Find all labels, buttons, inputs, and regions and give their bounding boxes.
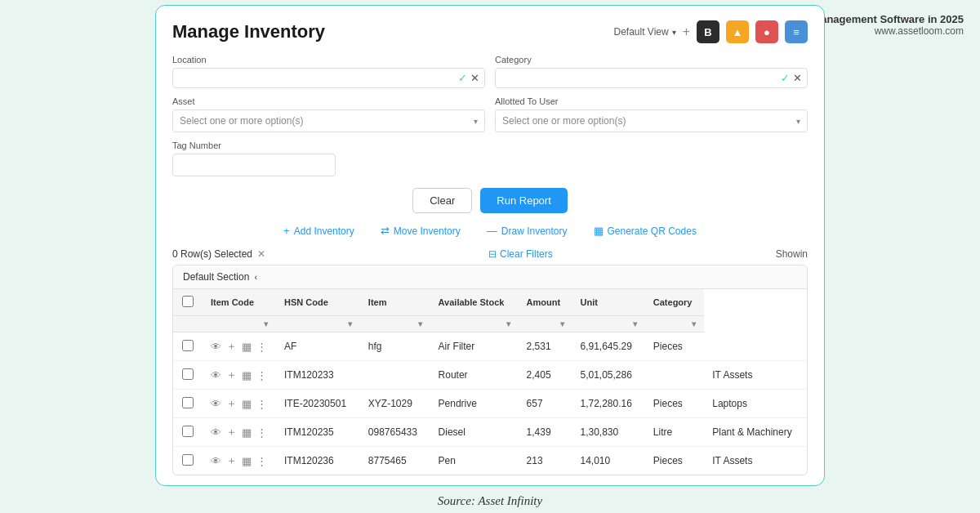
filter-icon-unit[interactable]: ▾ <box>633 319 637 328</box>
row-category-4: IT Assets <box>704 447 807 475</box>
default-view-label: Default View <box>614 26 669 38</box>
orange-icon-button[interactable]: ▲ <box>726 20 749 43</box>
row-select-checkbox-0[interactable] <box>182 340 194 351</box>
row-hsn-code-2: XYZ-1029 <box>360 390 430 418</box>
default-view-selector[interactable]: Default View ▾ <box>614 26 676 38</box>
row-select-checkbox-3[interactable] <box>182 426 194 437</box>
asset-label: Asset <box>172 96 485 106</box>
row-hsn-code-0: hfg <box>360 332 430 361</box>
generate-qr-button[interactable]: ▦ Generate QR Codes <box>589 221 702 240</box>
clear-filters-button[interactable]: ⊟ Clear Filters <box>488 248 553 260</box>
tag-number-input[interactable] <box>172 154 336 176</box>
move-inventory-button[interactable]: ⇄ Move Inventory <box>376 221 466 240</box>
category-check-x: ✓ ✕ <box>781 72 802 84</box>
asset-filter: Asset Select one or more option(s) ▾ <box>172 96 485 132</box>
location-label: Location <box>172 55 485 65</box>
th-category: Category <box>645 289 704 316</box>
plus-icon: + <box>283 225 290 237</box>
category-clear-icon[interactable]: ✕ <box>793 72 802 84</box>
row-hsn-code-1 <box>360 361 430 390</box>
row-category-1: IT Assets <box>704 361 807 390</box>
add-view-button[interactable]: + <box>683 25 690 39</box>
row-stock-3: 1,439 <box>519 418 572 447</box>
filter-icon-amount[interactable]: ▾ <box>560 319 564 328</box>
row-unit-0: Pieces <box>645 332 704 361</box>
add-row-icon-1[interactable]: ＋ <box>226 368 237 382</box>
clear-button[interactable]: Clear <box>412 188 472 213</box>
eye-icon-1[interactable]: 👁 <box>211 369 221 381</box>
more-row-icon-3[interactable]: ⋮ <box>256 426 267 439</box>
filter-icon-item[interactable]: ▾ <box>418 319 422 328</box>
section-collapse-icon[interactable]: ‹ <box>254 272 257 282</box>
add-row-icon-4[interactable]: ＋ <box>226 453 237 468</box>
location-input[interactable] <box>178 73 458 84</box>
add-row-icon-0[interactable]: ＋ <box>226 339 237 354</box>
chart-row-icon-3[interactable]: ▦ <box>242 426 252 439</box>
location-category-row: Location ✓ ✕ Category ✓ ✕ <box>172 55 808 88</box>
toolbar-row: + Add Inventory ⇄ Move Inventory — Draw … <box>172 221 808 240</box>
dark-icon-button[interactable]: B <box>697 20 719 43</box>
more-row-icon-1[interactable]: ⋮ <box>256 369 267 381</box>
filter-icon-hsn-code[interactable]: ▾ <box>348 319 352 328</box>
inventory-table: Item Code HSN Code Item Available Stock … <box>173 289 807 475</box>
more-row-icon-2[interactable]: ⋮ <box>256 398 267 410</box>
blue-icon-button[interactable]: ≡ <box>785 20 808 43</box>
row-select-checkbox-4[interactable] <box>182 454 194 466</box>
asset-select[interactable]: Select one or more option(s) <box>173 110 484 132</box>
chart-row-icon-4[interactable]: ▦ <box>242 455 252 467</box>
more-row-icon-4[interactable]: ⋮ <box>256 455 267 467</box>
selection-bar: 0 Row(s) Selected ✕ ⊟ Clear Filters Show… <box>172 248 808 260</box>
allotted-user-select-wrap: Select one or more option(s) ▾ <box>495 109 808 132</box>
chart-row-icon-2[interactable]: ▦ <box>242 398 252 410</box>
location-check-icon[interactable]: ✓ <box>458 72 467 84</box>
eye-icon-2[interactable]: 👁 <box>211 398 221 410</box>
category-filter: Category ✓ ✕ <box>495 55 808 88</box>
clear-selection-icon[interactable]: ✕ <box>257 248 265 260</box>
category-input[interactable] <box>501 73 781 84</box>
eye-icon-3[interactable]: 👁 <box>211 426 221 439</box>
generate-qr-label: Generate QR Codes <box>608 225 697 237</box>
filter-icon-item-code[interactable]: ▾ <box>264 319 268 328</box>
add-row-icon-3[interactable]: ＋ <box>226 425 237 439</box>
add-row-icon-2[interactable]: ＋ <box>226 396 237 411</box>
select-all-checkbox[interactable] <box>182 296 194 307</box>
row-unit-2: Pieces <box>645 390 704 418</box>
row-select-td-2 <box>173 390 203 418</box>
row-actions-td-0: 👁 ＋ ▦ ⋮ <box>203 332 276 361</box>
col-filter-hsn-code: ▾ <box>276 316 360 332</box>
filter-icon-stock[interactable]: ▾ <box>506 319 510 328</box>
col-filter-stock: ▾ <box>430 316 519 332</box>
location-clear-icon[interactable]: ✕ <box>470 72 479 84</box>
filter-icon-category[interactable]: ▾ <box>692 319 696 328</box>
row-item-2: Pendrive <box>430 390 519 418</box>
showing-text: Showin <box>776 248 808 260</box>
eye-icon-0[interactable]: 👁 <box>211 341 221 353</box>
run-report-button[interactable]: Run Report <box>480 188 567 213</box>
allotted-user-select[interactable]: Select one or more option(s) <box>496 110 807 132</box>
eye-icon-4[interactable]: 👁 <box>211 455 221 467</box>
row-amount-0: 6,91,645.29 <box>572 332 645 361</box>
col-filter-amount: ▾ <box>519 316 572 332</box>
header-right: Default View ▾ + B ▲ ● ≡ <box>614 20 808 43</box>
th-unit: Unit <box>572 289 645 316</box>
chart-row-icon-0[interactable]: ▦ <box>242 341 252 353</box>
category-check-icon[interactable]: ✓ <box>781 72 790 84</box>
row-item-code-3: ITM120235 <box>276 418 360 447</box>
more-row-icon-0[interactable]: ⋮ <box>256 341 267 353</box>
col-filter-item: ▾ <box>360 316 430 332</box>
move-inventory-label: Move Inventory <box>394 225 461 237</box>
row-select-checkbox-1[interactable] <box>182 368 194 380</box>
draw-inventory-button[interactable]: — Draw Inventory <box>482 221 572 240</box>
chart-row-icon-1[interactable]: ▦ <box>242 369 252 381</box>
category-label: Category <box>495 55 808 65</box>
red-icon-button[interactable]: ● <box>755 20 778 43</box>
draw-icon: — <box>487 225 497 237</box>
asset-select-wrap: Select one or more option(s) ▾ <box>172 109 485 132</box>
row-select-checkbox-2[interactable] <box>182 397 194 408</box>
allotted-user-label: Allotted To User <box>495 96 808 106</box>
add-inventory-button[interactable]: + Add Inventory <box>278 221 359 240</box>
row-item-3: Diesel <box>430 418 519 447</box>
th-amount: Amount <box>519 289 572 316</box>
location-check-x: ✓ ✕ <box>458 72 479 84</box>
add-inventory-label: Add Inventory <box>294 225 354 237</box>
